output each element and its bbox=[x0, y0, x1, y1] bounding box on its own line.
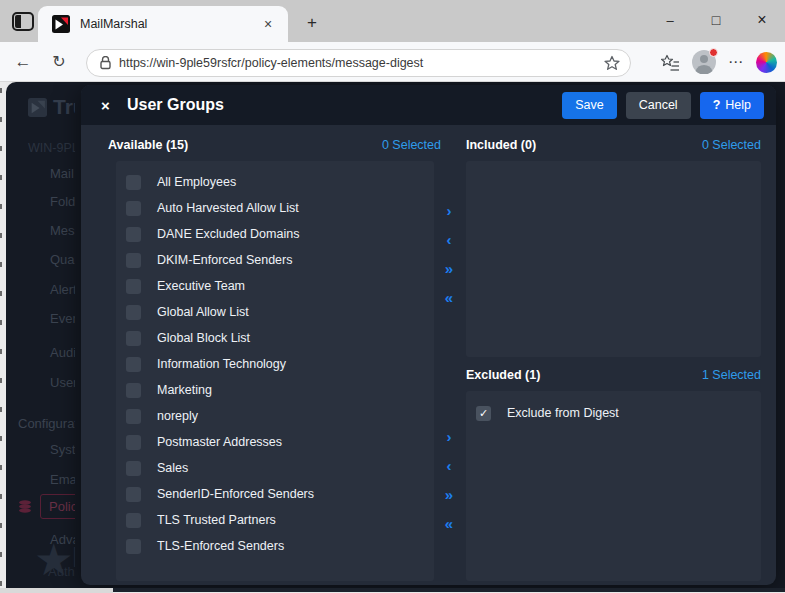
mailmarshal-app-background: Tru WIN-9PLE Mail S Folde Messa Quara Al… bbox=[6, 82, 785, 593]
sidebar-item-alert[interactable]: Alert bbox=[50, 282, 75, 297]
cancel-button[interactable]: Cancel bbox=[626, 92, 691, 119]
checkbox[interactable] bbox=[126, 383, 141, 398]
move-all-left-icon[interactable]: « bbox=[438, 516, 460, 531]
toolbar-right-cluster: ⋯ bbox=[661, 42, 777, 82]
list-item[interactable]: noreply bbox=[116, 403, 434, 429]
browser-tab[interactable]: MailMarshal × bbox=[38, 6, 288, 42]
move-left-icon[interactable]: ‹ bbox=[438, 232, 460, 247]
move-right-icon[interactable]: › bbox=[438, 429, 460, 444]
dialog-header: × User Groups Save Cancel ?Help bbox=[81, 85, 776, 125]
sidebar-item-messages[interactable]: Messa bbox=[50, 223, 75, 238]
sidebar-section-configuration: Configuratio bbox=[18, 416, 75, 431]
dialog-title: User Groups bbox=[127, 96, 553, 114]
checkbox[interactable] bbox=[126, 539, 141, 554]
favorites-bar-icon[interactable] bbox=[661, 54, 680, 71]
included-selected-count[interactable]: 0 Selected bbox=[702, 138, 761, 152]
save-button[interactable]: Save bbox=[562, 92, 617, 119]
excluded-selected-count[interactable]: 1 Selected bbox=[702, 368, 761, 382]
url-text[interactable]: https://win-9ple59rsfcr/policy-elements/… bbox=[119, 56, 604, 70]
tab-close-icon[interactable]: × bbox=[258, 14, 278, 34]
lock-icon bbox=[100, 56, 111, 70]
maximize-button[interactable]: □ bbox=[693, 0, 739, 40]
list-item[interactable]: Information Technology bbox=[116, 351, 434, 377]
checkbox-checked[interactable]: ✓ bbox=[476, 406, 491, 421]
checkbox[interactable] bbox=[126, 357, 141, 372]
move-all-right-icon[interactable]: » bbox=[438, 261, 460, 276]
profile-notification-dot bbox=[709, 48, 718, 57]
reload-button[interactable]: ↻ bbox=[46, 49, 72, 75]
logo-text: Tru bbox=[53, 95, 75, 119]
bottom-scrollbar[interactable] bbox=[0, 588, 785, 593]
sidebar-item-quarantine[interactable]: Quara bbox=[50, 252, 75, 267]
checkbox[interactable] bbox=[126, 435, 141, 450]
trustwave-logo: Tru bbox=[28, 95, 75, 119]
excluded-list[interactable]: ✓ Exclude from Digest bbox=[466, 391, 761, 581]
profile-avatar[interactable] bbox=[692, 50, 716, 74]
checkbox[interactable] bbox=[126, 305, 141, 320]
sidebar-item-email[interactable]: Email bbox=[50, 472, 75, 487]
sidebar-item-folders[interactable]: Folde bbox=[50, 194, 75, 209]
checkbox[interactable] bbox=[126, 175, 141, 190]
checkbox[interactable] bbox=[126, 253, 141, 268]
move-all-left-icon[interactable]: « bbox=[438, 290, 460, 305]
list-item[interactable]: Marketing bbox=[116, 377, 434, 403]
checkbox[interactable] bbox=[126, 513, 141, 528]
browser-toolbar: ← ↻ https://win-9ple59rsfcr/policy-eleme… bbox=[0, 42, 785, 82]
sidebar-item-mail[interactable]: Mail S bbox=[50, 166, 75, 181]
scrollbar-track[interactable] bbox=[0, 588, 113, 593]
list-item[interactable]: ✓ Exclude from Digest bbox=[466, 400, 761, 426]
trustwave-logo-icon bbox=[28, 98, 47, 117]
list-item[interactable]: TLS Trusted Partners bbox=[116, 507, 434, 533]
list-item[interactable]: Sales bbox=[116, 455, 434, 481]
list-item[interactable]: Postmaster Addresses bbox=[116, 429, 434, 455]
list-item[interactable]: All Employees bbox=[116, 169, 434, 195]
window-close-button[interactable]: × bbox=[739, 0, 785, 40]
checkbox[interactable] bbox=[126, 279, 141, 294]
included-excluded-panel: Included (0) 0 Selected Excluded (1) 1 S… bbox=[466, 138, 761, 581]
available-panel: Available (15) 0 Selected All Employees … bbox=[108, 138, 441, 581]
available-list[interactable]: All Employees Auto Harvested Allow List … bbox=[116, 161, 434, 581]
checkbox[interactable] bbox=[126, 487, 141, 502]
sidebar-item-event[interactable]: Event bbox=[50, 311, 75, 326]
policy-stack-icon bbox=[18, 500, 32, 513]
excluded-title: Excluded (1) bbox=[466, 368, 540, 382]
list-item[interactable]: Global Block List bbox=[116, 325, 434, 351]
settings-more-icon[interactable]: ⋯ bbox=[728, 53, 744, 71]
minimize-button[interactable]: – bbox=[647, 0, 693, 40]
checkbox[interactable] bbox=[126, 331, 141, 346]
new-tab-button[interactable]: + bbox=[300, 11, 324, 35]
checkbox[interactable] bbox=[126, 227, 141, 242]
list-item[interactable]: Global Allow List bbox=[116, 299, 434, 325]
address-bar[interactable]: https://win-9ple59rsfcr/policy-elements/… bbox=[86, 49, 631, 77]
checkbox[interactable] bbox=[126, 409, 141, 424]
list-item[interactable]: DANE Excluded Domains bbox=[116, 221, 434, 247]
move-left-icon[interactable]: ‹ bbox=[438, 458, 460, 473]
sidebar-item-system[interactable]: Syster bbox=[50, 442, 75, 457]
move-right-icon[interactable]: › bbox=[438, 203, 460, 218]
window-controls: – □ × bbox=[647, 0, 785, 40]
list-item[interactable]: Executive Team bbox=[116, 273, 434, 299]
help-button[interactable]: ?Help bbox=[700, 92, 764, 119]
favorite-star-icon[interactable] bbox=[604, 55, 620, 71]
dialog-body: Available (15) 0 Selected All Employees … bbox=[81, 125, 776, 585]
available-selected-count[interactable]: 0 Selected bbox=[382, 138, 441, 152]
list-item[interactable]: SenderID-Enforced Senders bbox=[116, 481, 434, 507]
list-item[interactable]: Auto Harvested Allow List bbox=[116, 195, 434, 221]
included-list[interactable] bbox=[466, 161, 761, 357]
tab-actions-icon[interactable] bbox=[12, 12, 34, 31]
available-title: Available (15) bbox=[108, 138, 188, 152]
sidebar-item-audit[interactable]: Audit bbox=[50, 345, 75, 360]
sidebar-item-policy-active[interactable]: Policy bbox=[40, 494, 75, 519]
list-item[interactable]: TLS-Enforced Senders bbox=[116, 533, 434, 559]
list-item[interactable]: DKIM-Enforced Senders bbox=[116, 247, 434, 273]
back-button[interactable]: ← bbox=[10, 49, 36, 75]
copilot-icon[interactable] bbox=[756, 52, 777, 73]
dialog-close-icon[interactable]: × bbox=[101, 97, 119, 114]
checkbox[interactable] bbox=[126, 461, 141, 476]
move-all-right-icon[interactable]: » bbox=[438, 487, 460, 502]
checkbox[interactable] bbox=[126, 201, 141, 216]
server-name: WIN-9PLE bbox=[28, 141, 75, 155]
sidebar-item-user[interactable]: User A bbox=[50, 375, 75, 390]
watermark-text: Autho bbox=[48, 564, 75, 579]
app-sidebar: Tru WIN-9PLE Mail S Folde Messa Quara Al… bbox=[6, 82, 75, 593]
